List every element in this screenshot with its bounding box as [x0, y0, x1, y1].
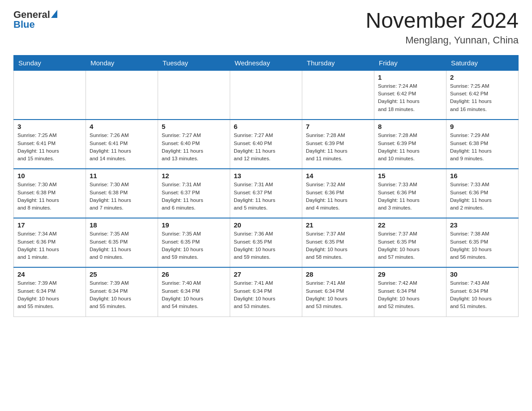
table-row: 23Sunrise: 7:38 AMSunset: 6:35 PMDayligh… — [446, 218, 519, 267]
table-row: 21Sunrise: 7:37 AMSunset: 6:35 PMDayligh… — [302, 218, 374, 267]
day-info: Sunrise: 7:41 AMSunset: 6:34 PMDaylight:… — [234, 279, 298, 310]
day-number: 11 — [90, 172, 154, 180]
day-info: Sunrise: 7:37 AMSunset: 6:35 PMDaylight:… — [306, 230, 370, 261]
calendar-week-row: 24Sunrise: 7:39 AMSunset: 6:34 PMDayligh… — [14, 267, 519, 317]
day-info: Sunrise: 7:39 AMSunset: 6:34 PMDaylight:… — [17, 279, 82, 310]
table-row: 9Sunrise: 7:29 AMSunset: 6:38 PMDaylight… — [446, 120, 519, 169]
day-info: Sunrise: 7:37 AMSunset: 6:35 PMDaylight:… — [378, 230, 442, 261]
day-number: 9 — [450, 123, 515, 130]
day-number: 20 — [234, 221, 298, 229]
col-monday: Monday — [86, 55, 158, 70]
table-row: 2Sunrise: 7:25 AMSunset: 6:42 PMDaylight… — [446, 70, 519, 120]
logo: General Blue — [13, 9, 57, 30]
table-row: 28Sunrise: 7:41 AMSunset: 6:34 PMDayligh… — [302, 267, 374, 317]
table-row: 6Sunrise: 7:27 AMSunset: 6:40 PMDaylight… — [230, 120, 302, 169]
calendar-week-row: 3Sunrise: 7:25 AMSunset: 6:41 PMDaylight… — [14, 120, 519, 169]
logo-blue: Blue — [13, 19, 35, 30]
col-sunday: Sunday — [14, 55, 86, 70]
day-info: Sunrise: 7:33 AMSunset: 6:36 PMDaylight:… — [450, 181, 515, 212]
calendar-week-row: 10Sunrise: 7:30 AMSunset: 6:38 PMDayligh… — [14, 169, 519, 218]
calendar-table: Sunday Monday Tuesday Wednesday Thursday… — [13, 55, 519, 317]
day-number: 29 — [378, 270, 442, 278]
day-number: 1 — [378, 73, 442, 81]
main-title: November 2024 — [365, 9, 519, 33]
day-info: Sunrise: 7:29 AMSunset: 6:38 PMDaylight:… — [450, 132, 515, 163]
day-info: Sunrise: 7:39 AMSunset: 6:34 PMDaylight:… — [90, 279, 154, 310]
table-row: 1Sunrise: 7:24 AMSunset: 6:42 PMDaylight… — [374, 70, 446, 120]
day-number: 5 — [162, 123, 226, 130]
table-row: 24Sunrise: 7:39 AMSunset: 6:34 PMDayligh… — [14, 267, 86, 317]
table-row — [230, 70, 302, 120]
day-info: Sunrise: 7:30 AMSunset: 6:38 PMDaylight:… — [17, 181, 82, 212]
day-number: 14 — [306, 172, 370, 180]
table-row: 30Sunrise: 7:43 AMSunset: 6:34 PMDayligh… — [446, 267, 519, 317]
day-info: Sunrise: 7:43 AMSunset: 6:34 PMDaylight:… — [450, 279, 515, 310]
day-info: Sunrise: 7:32 AMSunset: 6:36 PMDaylight:… — [306, 181, 370, 212]
table-row — [158, 70, 230, 120]
calendar-week-row: 1Sunrise: 7:24 AMSunset: 6:42 PMDaylight… — [14, 70, 519, 120]
day-number: 22 — [378, 221, 442, 229]
page-header: General Blue November 2024 Menglang, Yun… — [13, 9, 519, 46]
day-number: 16 — [450, 172, 515, 180]
table-row — [86, 70, 158, 120]
table-row: 14Sunrise: 7:32 AMSunset: 6:36 PMDayligh… — [302, 169, 374, 218]
col-saturday: Saturday — [446, 55, 519, 70]
day-info: Sunrise: 7:25 AMSunset: 6:42 PMDaylight:… — [450, 82, 515, 113]
day-number: 12 — [162, 172, 226, 180]
col-wednesday: Wednesday — [230, 55, 302, 70]
table-row: 8Sunrise: 7:28 AMSunset: 6:39 PMDaylight… — [374, 120, 446, 169]
day-info: Sunrise: 7:42 AMSunset: 6:34 PMDaylight:… — [378, 279, 442, 310]
table-row: 19Sunrise: 7:35 AMSunset: 6:35 PMDayligh… — [158, 218, 230, 267]
day-number: 3 — [17, 123, 82, 130]
day-number: 24 — [17, 270, 82, 278]
logo-triangle-icon — [51, 10, 57, 18]
day-number: 18 — [90, 221, 154, 229]
day-info: Sunrise: 7:40 AMSunset: 6:34 PMDaylight:… — [162, 279, 226, 310]
day-info: Sunrise: 7:38 AMSunset: 6:35 PMDaylight:… — [450, 230, 515, 261]
table-row: 5Sunrise: 7:27 AMSunset: 6:40 PMDaylight… — [158, 120, 230, 169]
day-info: Sunrise: 7:41 AMSunset: 6:34 PMDaylight:… — [306, 279, 370, 310]
day-info: Sunrise: 7:31 AMSunset: 6:37 PMDaylight:… — [234, 181, 298, 212]
day-info: Sunrise: 7:24 AMSunset: 6:42 PMDaylight:… — [378, 82, 442, 113]
col-friday: Friday — [374, 55, 446, 70]
table-row: 18Sunrise: 7:35 AMSunset: 6:35 PMDayligh… — [86, 218, 158, 267]
table-row: 29Sunrise: 7:42 AMSunset: 6:34 PMDayligh… — [374, 267, 446, 317]
day-info: Sunrise: 7:28 AMSunset: 6:39 PMDaylight:… — [378, 132, 442, 163]
day-number: 19 — [162, 221, 226, 229]
day-number: 7 — [306, 123, 370, 130]
table-row: 7Sunrise: 7:28 AMSunset: 6:39 PMDaylight… — [302, 120, 374, 169]
day-number: 30 — [450, 270, 515, 278]
table-row: 22Sunrise: 7:37 AMSunset: 6:35 PMDayligh… — [374, 218, 446, 267]
day-info: Sunrise: 7:35 AMSunset: 6:35 PMDaylight:… — [162, 230, 226, 261]
day-number: 27 — [234, 270, 298, 278]
day-number: 23 — [450, 221, 515, 229]
day-info: Sunrise: 7:35 AMSunset: 6:35 PMDaylight:… — [90, 230, 154, 261]
table-row: 16Sunrise: 7:33 AMSunset: 6:36 PMDayligh… — [446, 169, 519, 218]
table-row: 3Sunrise: 7:25 AMSunset: 6:41 PMDaylight… — [14, 120, 86, 169]
day-number: 8 — [378, 123, 442, 130]
subtitle: Menglang, Yunnan, China — [365, 34, 519, 46]
table-row: 13Sunrise: 7:31 AMSunset: 6:37 PMDayligh… — [230, 169, 302, 218]
col-tuesday: Tuesday — [158, 55, 230, 70]
day-number: 28 — [306, 270, 370, 278]
table-row: 25Sunrise: 7:39 AMSunset: 6:34 PMDayligh… — [86, 267, 158, 317]
col-thursday: Thursday — [302, 55, 374, 70]
logo-text: General Blue — [13, 9, 57, 30]
calendar-week-row: 17Sunrise: 7:34 AMSunset: 6:36 PMDayligh… — [14, 218, 519, 267]
table-row: 27Sunrise: 7:41 AMSunset: 6:34 PMDayligh… — [230, 267, 302, 317]
day-number: 17 — [17, 221, 82, 229]
day-number: 4 — [90, 123, 154, 130]
day-number: 15 — [378, 172, 442, 180]
day-info: Sunrise: 7:27 AMSunset: 6:40 PMDaylight:… — [162, 132, 226, 163]
calendar-header-row: Sunday Monday Tuesday Wednesday Thursday… — [14, 55, 519, 70]
table-row: 20Sunrise: 7:36 AMSunset: 6:35 PMDayligh… — [230, 218, 302, 267]
day-info: Sunrise: 7:36 AMSunset: 6:35 PMDaylight:… — [234, 230, 298, 261]
day-info: Sunrise: 7:31 AMSunset: 6:37 PMDaylight:… — [162, 181, 226, 212]
day-info: Sunrise: 7:27 AMSunset: 6:40 PMDaylight:… — [234, 132, 298, 163]
table-row: 17Sunrise: 7:34 AMSunset: 6:36 PMDayligh… — [14, 218, 86, 267]
day-number: 10 — [17, 172, 82, 180]
table-row: 12Sunrise: 7:31 AMSunset: 6:37 PMDayligh… — [158, 169, 230, 218]
day-info: Sunrise: 7:33 AMSunset: 6:36 PMDaylight:… — [378, 181, 442, 212]
day-number: 13 — [234, 172, 298, 180]
day-number: 25 — [90, 270, 154, 278]
